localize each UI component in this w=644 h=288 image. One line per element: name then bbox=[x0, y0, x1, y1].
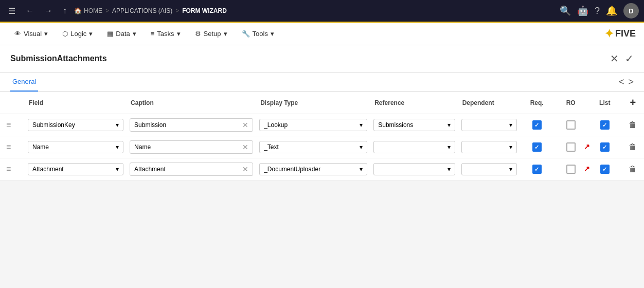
form-header: SubmissionAttachments ✕ ✓ bbox=[0, 45, 644, 73]
dependent-dropdown-icon: ▾ bbox=[509, 143, 512, 151]
reference-select[interactable]: ▾ bbox=[373, 141, 455, 153]
clear-caption-icon[interactable]: ✕ bbox=[242, 165, 248, 173]
back-button[interactable]: ← bbox=[23, 4, 37, 17]
list-checkbox[interactable] bbox=[600, 142, 610, 152]
table-row: ≡Name▾Name✕_Text▾▾▾↗🗑 bbox=[0, 136, 644, 158]
reference-select[interactable]: Submissions▾ bbox=[373, 119, 455, 131]
reference-dropdown-icon: ▾ bbox=[448, 121, 451, 129]
col-header-ro: RO bbox=[554, 92, 588, 114]
col-header-add[interactable]: + bbox=[622, 92, 644, 114]
tab-visual[interactable]: 👁 Visual ▾ bbox=[8, 27, 54, 41]
bell-icon[interactable]: 🔔 bbox=[606, 5, 617, 16]
tab-tools[interactable]: 🔧 Tools ▾ bbox=[236, 27, 280, 41]
top-nav: ☰ ← → ↑ 🏠 HOME > APPLICATIONS (AIS) > FO… bbox=[0, 0, 644, 23]
tasks-icon: ≡ bbox=[151, 30, 155, 38]
list-checkbox-wrapper bbox=[591, 120, 619, 130]
form-wizard-crumb: FORM WIZARD bbox=[182, 7, 227, 14]
tab-logic[interactable]: ⬡ Logic ▾ bbox=[56, 27, 99, 41]
avatar[interactable]: D bbox=[623, 3, 639, 19]
visual-label: Visual bbox=[24, 30, 42, 38]
data-label: Data bbox=[116, 30, 130, 38]
list-checkbox[interactable] bbox=[600, 165, 610, 174]
display-type-select[interactable]: _Text▾ bbox=[259, 141, 367, 153]
display-type-select[interactable]: _DocumentUploader▾ bbox=[259, 163, 367, 175]
display-dropdown-icon: ▾ bbox=[360, 166, 363, 173]
drag-handle[interactable]: ≡ bbox=[3, 165, 14, 173]
field-select[interactable]: Name▾ bbox=[28, 141, 123, 153]
tab-row: General < > bbox=[0, 73, 644, 92]
tools-dropdown-icon: ▾ bbox=[271, 30, 274, 38]
reference-select[interactable]: ▾ bbox=[373, 163, 455, 175]
data-icon: ▦ bbox=[107, 30, 113, 38]
bot-icon[interactable]: 🤖 bbox=[577, 5, 588, 16]
top-nav-right: 🔍 🤖 ? 🔔 D bbox=[560, 3, 639, 19]
field-select[interactable]: SubmissionKey▾ bbox=[28, 119, 123, 131]
col-header-reference: Reference bbox=[370, 92, 458, 114]
breadcrumb-sep2: > bbox=[175, 7, 179, 14]
display-dropdown-icon: ▾ bbox=[360, 121, 363, 129]
logic-icon: ⬡ bbox=[62, 30, 68, 38]
tab-tasks[interactable]: ≡ Tasks ▾ bbox=[145, 27, 187, 41]
five-logo: ✦ FIVE bbox=[604, 27, 636, 41]
form-header-actions: ✕ ✓ bbox=[610, 52, 634, 65]
req-checkbox[interactable] bbox=[523, 142, 551, 152]
data-table: Field Caption Display Type Reference Dep… bbox=[0, 92, 644, 181]
drag-handle[interactable]: ≡ bbox=[3, 120, 14, 129]
forward-button[interactable]: → bbox=[41, 4, 56, 17]
delete-row-button[interactable]: 🗑 bbox=[629, 142, 637, 152]
caption-input[interactable]: Attachment✕ bbox=[130, 163, 253, 176]
col-header-list: List bbox=[588, 92, 622, 114]
tab-data[interactable]: ▦ Data ▾ bbox=[101, 27, 142, 41]
drag-handle[interactable]: ≡ bbox=[3, 142, 14, 151]
table-row: ≡SubmissionKey▾Submission✕_Lookup▾Submis… bbox=[0, 114, 644, 136]
req-checkbox[interactable] bbox=[523, 120, 551, 130]
display-type-select[interactable]: _Lookup▾ bbox=[259, 119, 367, 131]
visual-icon: 👁 bbox=[14, 30, 21, 38]
caption-input[interactable]: Name✕ bbox=[130, 140, 253, 154]
menu-button[interactable]: ☰ bbox=[5, 4, 19, 18]
col-header-caption: Caption bbox=[127, 92, 256, 114]
help-icon[interactable]: ? bbox=[595, 6, 600, 16]
list-checkbox[interactable] bbox=[600, 120, 610, 130]
table-row: ≡Attachment▾Attachment✕_DocumentUploader… bbox=[0, 158, 644, 181]
delete-row-button[interactable]: 🗑 bbox=[629, 165, 637, 174]
confirm-button[interactable]: ✓ bbox=[625, 52, 634, 65]
logic-dropdown-icon: ▾ bbox=[89, 30, 93, 38]
dependent-select[interactable]: ▾ bbox=[461, 141, 517, 153]
add-row-button[interactable]: + bbox=[630, 97, 636, 109]
ro-checkbox[interactable] bbox=[557, 142, 585, 152]
col-header-dependent: Dependent bbox=[458, 92, 520, 114]
logo-star-icon: ✦ bbox=[604, 27, 614, 41]
reference-dropdown-icon: ▾ bbox=[448, 143, 451, 151]
applications-crumb[interactable]: APPLICATIONS (AIS) bbox=[112, 7, 172, 14]
ro-checkbox[interactable] bbox=[557, 120, 585, 130]
field-select[interactable]: Attachment▾ bbox=[28, 163, 123, 175]
home-link[interactable]: 🏠 HOME bbox=[74, 7, 102, 14]
main-content: SubmissionAttachments ✕ ✓ General < > Fi… bbox=[0, 45, 644, 288]
home-icon: 🏠 bbox=[74, 7, 82, 14]
up-button[interactable]: ↑ bbox=[60, 4, 70, 17]
ro-checkbox[interactable] bbox=[557, 165, 585, 174]
search-icon[interactable]: 🔍 bbox=[560, 5, 571, 16]
tab-nav: < > bbox=[619, 77, 634, 87]
visual-dropdown-icon: ▾ bbox=[44, 30, 48, 38]
col-header-field: Field bbox=[25, 92, 127, 114]
field-dropdown-icon: ▾ bbox=[116, 121, 119, 129]
tab-prev-button[interactable]: < bbox=[619, 77, 624, 87]
table-container: Field Caption Display Type Reference Dep… bbox=[0, 92, 644, 181]
clear-caption-icon[interactable]: ✕ bbox=[242, 143, 248, 151]
caption-input[interactable]: Submission✕ bbox=[130, 118, 253, 132]
req-checkbox[interactable] bbox=[523, 165, 551, 174]
red-arrow-annotation: ↗ bbox=[584, 165, 590, 173]
tab-setup[interactable]: ⚙ Setup ▾ bbox=[189, 27, 234, 41]
field-dropdown-icon: ▾ bbox=[116, 143, 119, 151]
tab-general[interactable]: General bbox=[10, 73, 38, 92]
tasks-dropdown-icon: ▾ bbox=[177, 30, 181, 38]
tab-next-button[interactable]: > bbox=[628, 77, 634, 87]
field-dropdown-icon: ▾ bbox=[116, 166, 119, 173]
dependent-select[interactable]: ▾ bbox=[461, 163, 517, 175]
dependent-select[interactable]: ▾ bbox=[461, 119, 517, 131]
clear-caption-icon[interactable]: ✕ bbox=[242, 121, 248, 129]
delete-row-button[interactable]: 🗑 bbox=[629, 120, 637, 130]
close-button[interactable]: ✕ bbox=[610, 52, 619, 65]
